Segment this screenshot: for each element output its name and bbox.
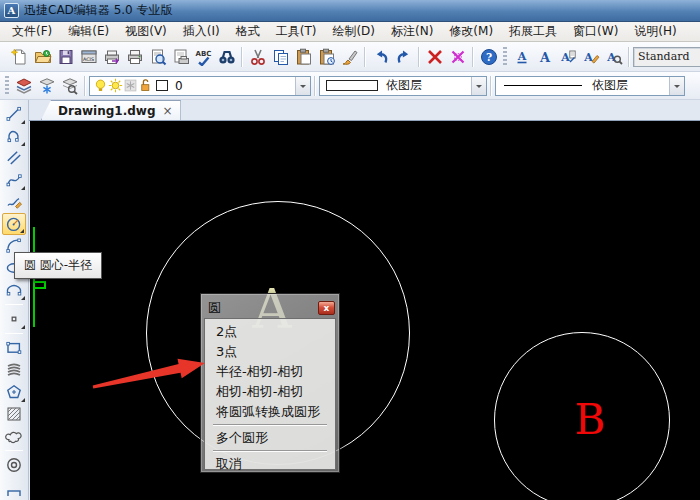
text-underline-button[interactable]: A: [510, 45, 533, 69]
context-menu-item-2[interactable]: 3点: [205, 342, 335, 362]
menu-item-12[interactable]: 说明(H): [626, 22, 684, 41]
menu-item-4[interactable]: 插入(I): [175, 22, 228, 41]
find-button[interactable]: [215, 45, 238, 69]
print-preview-button[interactable]: [146, 45, 169, 69]
context-menu-item-3[interactable]: 半径-相切-相切: [205, 362, 335, 382]
draw-polyline-button[interactable]: [2, 125, 26, 147]
color-combo[interactable]: 依图层: [319, 76, 487, 96]
circle-label-b: B: [575, 399, 606, 441]
draw-sketch-button[interactable]: [2, 191, 26, 213]
properties-toolbar: 0 依图层 依图层: [0, 72, 700, 100]
text-style-combo[interactable]: Standard: [633, 47, 700, 67]
layer-find-button[interactable]: [58, 74, 81, 98]
svg-text:A: A: [516, 50, 526, 63]
help-button[interactable]: ?: [477, 45, 500, 69]
menu-item-2[interactable]: 编辑(E): [60, 22, 117, 41]
text-style-button[interactable]: A: [579, 45, 602, 69]
linetype-sample: [504, 85, 582, 86]
layer-properties-button[interactable]: [12, 74, 35, 98]
linetype-combo[interactable]: 依图层: [495, 76, 685, 96]
menubar: 文件(F)编辑(E)视图(V)插入(I)格式工具(T)绘制(D)标注(N)修改(…: [0, 22, 700, 42]
draw-hatch-button[interactable]: [2, 403, 26, 425]
draw-polygon-button[interactable]: [2, 381, 26, 403]
open-file-button[interactable]: [31, 45, 54, 69]
toolbar-separator: [241, 47, 243, 67]
menu-item-8[interactable]: 标注(N): [383, 22, 441, 41]
context-menu-item-1[interactable]: 2点: [205, 322, 335, 342]
text-button[interactable]: A: [533, 45, 556, 69]
draw-donut-button[interactable]: [2, 454, 26, 476]
context-menu-close-button[interactable]: x: [318, 301, 335, 315]
color-swatch: [326, 80, 378, 91]
new-file-button[interactable]: [8, 45, 31, 69]
toolbar-separator: [5, 450, 23, 451]
menu-item-9[interactable]: 修改(M): [441, 22, 501, 41]
layer-name: 0: [171, 79, 183, 93]
layer-unlock-icon: [138, 78, 153, 93]
app-logo-icon: A: [4, 3, 19, 18]
menu-item-3[interactable]: 视图(V): [117, 22, 175, 41]
print-button[interactable]: [123, 45, 146, 69]
paste-special-button[interactable]: [315, 45, 338, 69]
draw-ellipse-arc-button[interactable]: [2, 279, 26, 301]
menu-item-10[interactable]: 拓展工具: [501, 22, 565, 41]
toolbar-separator: [503, 47, 507, 67]
erase-button[interactable]: [446, 45, 469, 69]
layer-buttons: [12, 74, 81, 98]
layer-combo-arrow[interactable]: [295, 77, 310, 95]
layer-combo[interactable]: 0: [89, 76, 311, 96]
context-menu-item-4[interactable]: 相切-相切-相切: [205, 382, 335, 402]
draw-line-button[interactable]: [2, 103, 26, 125]
save-file-button[interactable]: [54, 45, 77, 69]
context-menu-item-9[interactable]: 取消: [205, 454, 335, 474]
draw-revision-sketch-button[interactable]: [2, 359, 26, 381]
layer-freeze-button[interactable]: [35, 74, 58, 98]
page-setup-button[interactable]: [169, 45, 192, 69]
toolbar-separator: [628, 47, 630, 67]
toolbar-grip[interactable]: [5, 76, 9, 96]
tab-drawing1[interactable]: Drawing1.dwg ×: [41, 100, 181, 120]
context-menu-item-5[interactable]: 将圆弧转换成圆形: [205, 402, 335, 422]
undo-button[interactable]: [369, 45, 392, 69]
menu-item-7[interactable]: 绘制(D): [324, 22, 383, 41]
draw-spline-button[interactable]: [2, 169, 26, 191]
svg-text:A: A: [538, 49, 550, 64]
layer-thaw-icon: [108, 78, 123, 93]
draw-rectangle-button[interactable]: [2, 337, 26, 359]
draw-boundary-button[interactable]: [2, 476, 26, 498]
menu-item-1[interactable]: 文件(F): [4, 22, 60, 41]
context-menu-body: 2点3点半径-相切-相切相切-相切-相切将圆弧转换成圆形多个圆形取消: [204, 318, 336, 470]
delete-button[interactable]: [423, 45, 446, 69]
svg-text:A: A: [583, 51, 593, 64]
layer-freeze-icon: [123, 78, 138, 93]
draw-point-button[interactable]: [2, 308, 26, 330]
menu-item-11[interactable]: 窗口(W): [565, 22, 626, 41]
linetype-combo-arrow[interactable]: [669, 77, 684, 95]
redo-button[interactable]: [392, 45, 415, 69]
paste-button[interactable]: [292, 45, 315, 69]
copy-button[interactable]: [269, 45, 292, 69]
draw-circle-button[interactable]: [2, 213, 26, 235]
main-toolbar: ACISABC?AAAAA Standard: [0, 42, 700, 72]
export-acis-button[interactable]: ACIS: [77, 45, 100, 69]
menu-item-5[interactable]: 格式: [228, 22, 268, 41]
text-find-button[interactable]: A: [602, 45, 625, 69]
format-painter-button[interactable]: [338, 45, 361, 69]
drawing-canvas[interactable]: 圆 x 2点3点半径-相切-相切相切-相切-相切将圆弧转换成圆形多个圆形取消 A…: [30, 121, 700, 500]
cut-button[interactable]: [246, 45, 269, 69]
plot-export-button[interactable]: [100, 45, 123, 69]
context-menu-titlebar[interactable]: 圆 x: [204, 297, 336, 318]
tab-label: Drawing1.dwg: [58, 104, 155, 118]
context-menu-item-7[interactable]: 多个圆形: [205, 428, 335, 448]
draw-region-button[interactable]: [2, 425, 26, 447]
draw-double-line-button[interactable]: [2, 147, 26, 169]
main-toolbar-buttons: ACISABC?AAAAA: [8, 45, 633, 69]
text-edit-button[interactable]: A: [556, 45, 579, 69]
tab-close-icon[interactable]: ×: [162, 104, 172, 118]
menu-item-6[interactable]: 工具(T): [268, 22, 325, 41]
spell-check-button[interactable]: ABC: [192, 45, 215, 69]
draw-toolbar: [0, 100, 29, 500]
toolbar-separator: [84, 76, 86, 96]
svg-text:ABC: ABC: [195, 50, 211, 58]
color-combo-arrow[interactable]: [471, 77, 486, 95]
